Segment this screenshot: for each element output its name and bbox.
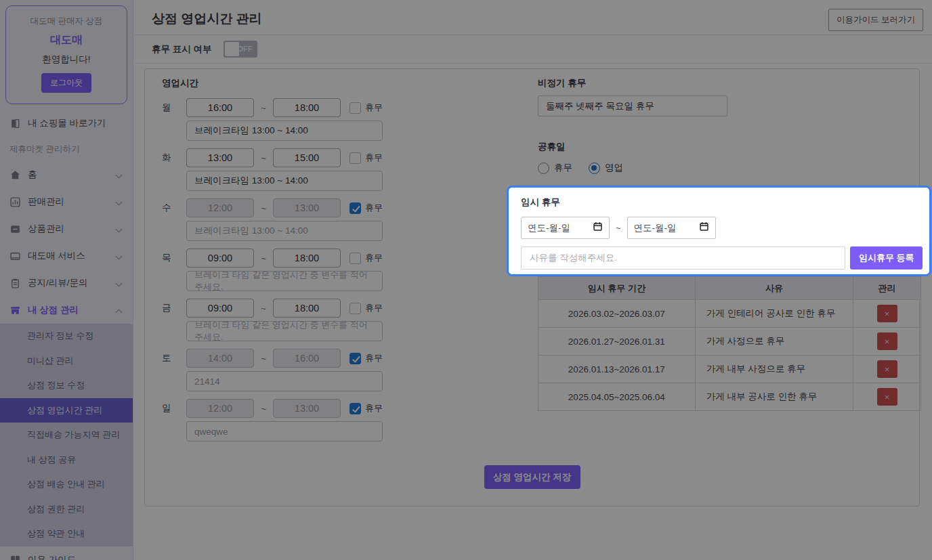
close-time-input[interactable]: 18:00 [273, 249, 341, 267]
close-time-input[interactable]: 18:00 [273, 98, 341, 117]
closed-checkbox[interactable] [350, 102, 361, 114]
closed-checkbox[interactable] [350, 202, 361, 214]
service-card-icon [9, 251, 21, 262]
public-holiday-closed-option[interactable]: 휴무 [538, 162, 572, 174]
save-business-hours-button[interactable]: 상점 영업시간 저장 [484, 465, 580, 489]
sidebar-item-daedomae-service[interactable]: 대도매 서비스 [0, 242, 133, 270]
submenu-item-label: 상점 정보 수정 [27, 379, 85, 391]
sidebar-item-sales[interactable]: 판매관리 [0, 188, 133, 215]
store-name: 대도매 [9, 33, 124, 47]
temp-holiday-table: 임시 휴무 기간 사유 관리 2026.03.02~2026.03.07 가게 … [538, 276, 921, 411]
open-time-input[interactable]: 09:00 [186, 249, 254, 267]
submenu-item-store-terms[interactable]: 상점 약관 안내 [0, 521, 133, 546]
closed-checkbox[interactable] [350, 303, 361, 314]
sidebar-item-label: 공지/리뷰/문의 [28, 277, 88, 289]
tilde-separator: ~ [254, 203, 273, 213]
holiday-reason: 가게 내부 공사로 인한 휴무 [695, 383, 853, 411]
tilde-separator: ~ [254, 103, 273, 113]
closed-checkbox-wrap[interactable]: 휴무 [350, 352, 383, 364]
break-time-input[interactable]: 브레이크 타임 같은 영업시간 중 변수를 적어주세요. [186, 321, 383, 341]
delete-holiday-button[interactable]: × [877, 388, 897, 406]
closed-checkbox[interactable] [350, 403, 361, 414]
holiday-period: 2025.04.05~2025.06.04 [538, 383, 696, 411]
closed-checkbox-wrap[interactable]: 휴무 [350, 402, 383, 414]
radio-label: 휴무 [554, 162, 572, 174]
closed-checkbox[interactable] [350, 253, 361, 264]
close-time-input[interactable]: 13:00 [273, 399, 341, 418]
break-time-input[interactable]: 브레이크 타임 같은 영업시간 중 변수를 적어주세요. [186, 271, 383, 291]
date-placeholder: 연도-월-일 [634, 222, 677, 234]
open-time-input[interactable]: 14:00 [186, 349, 254, 368]
guide-book-icon [9, 554, 21, 560]
closed-display-toggle[interactable]: OFF [224, 41, 257, 58]
closed-checkbox-label: 휴무 [365, 252, 383, 264]
chevron-down-icon [116, 557, 123, 560]
submenu-item-delivery-area[interactable]: 직접배송 가능지역 관리 [0, 423, 133, 448]
page-header: 상점 영업시간 관리 이용가이드 보러가기 [134, 0, 932, 35]
table-row: 2025.04.05~2025.06.04 가게 내부 공사로 인한 휴무 × [538, 383, 921, 411]
closed-checkbox-label: 휴무 [365, 102, 383, 114]
open-time-input[interactable]: 16:00 [186, 98, 254, 117]
sidebar-item-partner-market[interactable]: 제휴마켓 관리하기 [0, 137, 133, 161]
irregular-holiday-title: 비정기 휴무 [538, 77, 921, 89]
submenu-item-minishop[interactable]: 미니샵 관리 [0, 349, 133, 374]
close-time-input[interactable]: 18:00 [273, 299, 341, 318]
sidebar-item-my-shop-shortcut[interactable]: 내 쇼핑몰 바로가기 [0, 110, 133, 137]
logout-button[interactable]: 로그아웃 [41, 73, 91, 93]
sidebar-item-user-guide[interactable]: 이용 가이드 [0, 546, 133, 560]
public-holiday-title: 공휴일 [538, 141, 921, 153]
chevron-down-icon [116, 172, 123, 179]
radio-selected[interactable] [589, 163, 600, 174]
submenu-item-admin-info[interactable]: 관리자 정보 수정 [0, 324, 133, 349]
delete-holiday-button[interactable]: × [877, 360, 897, 378]
sidebar-item-label: 내 쇼핑몰 바로가기 [28, 117, 106, 129]
irregular-holiday-input[interactable]: 둘째주 넷째주 목요일 휴무 [538, 95, 727, 116]
submenu-item-store-share[interactable]: 내 상점 공유 [0, 448, 133, 473]
submenu-item-store-info[interactable]: 상점 정보 수정 [0, 373, 133, 398]
close-time-input[interactable]: 15:00 [273, 148, 341, 167]
close-time-input[interactable]: 16:00 [273, 349, 341, 368]
column-header-manage: 관리 [853, 277, 921, 300]
closed-checkbox-wrap[interactable]: 휴무 [350, 152, 383, 164]
calendar-icon[interactable] [593, 221, 603, 234]
break-time-input[interactable]: qweqwe [186, 421, 383, 441]
break-time-input[interactable]: 21414 [186, 371, 383, 391]
view-guide-button[interactable]: 이용가이드 보러가기 [828, 9, 923, 31]
closed-checkbox-wrap[interactable]: 휴무 [350, 102, 383, 114]
delete-holiday-button[interactable]: × [877, 305, 897, 322]
closed-checkbox-wrap[interactable]: 휴무 [350, 252, 383, 264]
break-time-input[interactable]: 브레이크타임 13:00 ~ 14:00 [186, 221, 383, 241]
submenu-item-store-permission[interactable]: 상점 권한 관리 [0, 497, 133, 522]
public-holiday-open-option[interactable]: 영업 [589, 162, 623, 174]
sidebar-item-products[interactable]: 상품관리 [0, 215, 133, 242]
temp-holiday-start-date-input[interactable]: 연도-월-일 [521, 217, 610, 239]
home-icon [9, 169, 21, 181]
sidebar-item-notice-review-inquiry[interactable]: 공지/리뷰/문의 [0, 270, 133, 297]
temp-holiday-register-button[interactable]: 임시휴무 등록 [850, 246, 923, 270]
submenu-item-business-hours[interactable]: 상점 영업시간 관리 [0, 398, 133, 423]
open-time-input[interactable]: 09:00 [186, 299, 254, 318]
break-time-input[interactable]: 브레이크타임 13:00 ~ 14:00 [186, 171, 383, 191]
open-time-input[interactable]: 12:00 [186, 198, 254, 217]
sidebar-item-my-store-management[interactable]: 내 상점 관리 [0, 297, 133, 324]
submenu-item-label: 미니샵 관리 [27, 355, 74, 367]
temp-holiday-reason-input[interactable]: 사유를 작성해주세요. [521, 246, 845, 270]
closed-checkbox[interactable] [350, 353, 361, 364]
temp-holiday-end-date-input[interactable]: 연도-월-일 [627, 217, 716, 239]
open-time-input[interactable]: 12:00 [186, 399, 254, 418]
break-time-input[interactable]: 브레이크타임 13:00 ~ 14:00 [186, 121, 383, 141]
closed-checkbox[interactable] [350, 152, 361, 164]
closed-checkbox-wrap[interactable]: 휴무 [350, 202, 383, 214]
sidebar-item-label: 판매관리 [28, 196, 64, 208]
radio-label: 영업 [605, 162, 623, 174]
closed-checkbox-wrap[interactable]: 휴무 [350, 302, 383, 314]
delete-holiday-button[interactable]: × [877, 332, 897, 350]
day-label: 금 [162, 302, 186, 314]
radio-unselected[interactable] [538, 163, 549, 174]
open-time-input[interactable]: 13:00 [186, 148, 254, 167]
sidebar-item-home[interactable]: 홈 [0, 161, 133, 188]
calendar-icon[interactable] [699, 221, 709, 234]
submenu-item-delivery-guide[interactable]: 상점 배송 안내 관리 [0, 472, 133, 497]
sidebar-item-label: 내 상점 관리 [28, 304, 79, 316]
close-time-input[interactable]: 13:00 [273, 198, 341, 217]
